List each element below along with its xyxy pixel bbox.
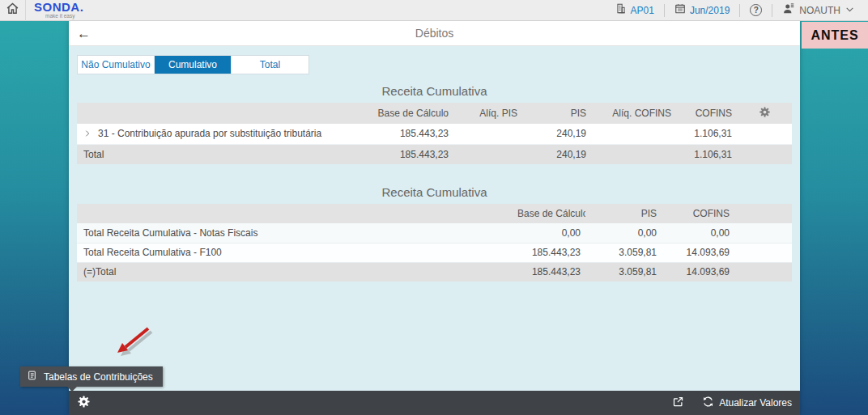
clipboard-icon bbox=[27, 370, 37, 383]
top-bar: SONDA. make it easy AP01 Jun/2019 ? bbox=[0, 0, 868, 21]
row-aliq-pis-value bbox=[453, 124, 522, 144]
row-aliq-cofins-value bbox=[591, 124, 676, 144]
total-base-value: 185.443,23 bbox=[372, 144, 453, 164]
tooltip-label: Tabelas de Contribuições bbox=[44, 371, 153, 383]
export-button[interactable] bbox=[672, 396, 684, 410]
settings-gear-icon bbox=[77, 395, 91, 412]
table2-title: Receita Cumulativa bbox=[77, 185, 792, 199]
table-row: Total Receita Cumulativa - F100 185.443,… bbox=[77, 243, 792, 262]
receita-cumulativa-detail-table: Base de Cálculo Alíq. PIS PIS Alíq. COFI… bbox=[77, 103, 792, 164]
row-pis-value: 3.059,81 bbox=[585, 243, 662, 262]
company-selector[interactable]: AP01 bbox=[606, 0, 664, 21]
table2-col-desc bbox=[77, 204, 513, 223]
back-arrow-icon[interactable]: ← bbox=[77, 27, 91, 40]
row-cofins-value: 14.093,69 bbox=[662, 243, 734, 262]
total-aliq-cofins-value bbox=[591, 144, 676, 164]
refresh-values-button[interactable]: Atualizar Valores bbox=[702, 396, 792, 410]
gear-icon[interactable] bbox=[759, 109, 771, 121]
period-selector[interactable]: Jun/2019 bbox=[665, 0, 739, 21]
company-label: AP01 bbox=[631, 5, 654, 16]
row-pis-value: 3.059,81 bbox=[585, 262, 662, 282]
export-icon bbox=[672, 396, 684, 410]
total-cofins-value: 1.106,31 bbox=[676, 144, 737, 164]
page-title: Débitos bbox=[69, 27, 800, 40]
row-base-value: 185.443,23 bbox=[372, 124, 453, 144]
tab-bar: Não Cumulativo Cumulativo Total bbox=[77, 55, 309, 74]
table2-header-row: Base de Cálculo PIS COFINS bbox=[77, 204, 792, 223]
tab-nao-cumulativo[interactable]: Não Cumulativo bbox=[78, 56, 155, 74]
row-cofins-value: 14.093,69 bbox=[662, 262, 734, 282]
table1-settings-cell bbox=[737, 103, 792, 124]
help-button[interactable]: ? bbox=[740, 0, 772, 21]
table2-col-pis: PIS bbox=[585, 204, 662, 223]
row-description: (=)Total bbox=[77, 262, 513, 282]
brand-logo-text: SONDA. bbox=[34, 1, 83, 13]
help-icon: ? bbox=[750, 4, 762, 16]
row-pis-value: 0,00 bbox=[585, 223, 662, 243]
user-icon bbox=[782, 2, 795, 18]
settings-button[interactable] bbox=[77, 395, 91, 412]
calendar-icon bbox=[674, 2, 686, 18]
table1-col-desc bbox=[77, 103, 372, 124]
brand-logo[interactable]: SONDA. make it easy bbox=[34, 1, 83, 19]
row-description: 31 - Contribuição apurada por substituiç… bbox=[98, 128, 321, 139]
user-label: NOAUTH bbox=[799, 5, 840, 16]
table1-col-pis: PIS bbox=[522, 103, 591, 124]
row-base-value: 185.443,23 bbox=[513, 243, 585, 262]
refresh-label: Atualizar Valores bbox=[719, 397, 792, 409]
home-icon bbox=[6, 2, 19, 19]
row-cofins-value: 1.106,31 bbox=[676, 124, 737, 144]
total-label: Total bbox=[77, 144, 372, 164]
footer-toolbar: Atualizar Valores bbox=[69, 391, 800, 415]
table1-col-aliq-pis: Alíq. PIS bbox=[453, 103, 522, 124]
panel-header: ← Débitos bbox=[69, 21, 800, 46]
row-base-value: 185.443,23 bbox=[513, 262, 585, 282]
refresh-icon bbox=[702, 396, 714, 410]
chevron-down-icon bbox=[845, 3, 855, 18]
period-label: Jun/2019 bbox=[690, 5, 730, 16]
row-pis-value: 240,19 bbox=[522, 124, 591, 144]
total-aliq-pis-value bbox=[453, 144, 522, 164]
table2-col-cofins: COFINS bbox=[662, 204, 734, 223]
user-menu[interactable]: NOAUTH bbox=[772, 0, 868, 21]
row-cofins-value: 0,00 bbox=[662, 223, 734, 243]
row-description: Total Receita Cumulativa - Notas Fiscais bbox=[77, 223, 513, 243]
brand-tagline: make it easy bbox=[45, 14, 83, 19]
debitos-panel: ← Débitos Não Cumulativo Cumulativo Tota… bbox=[69, 21, 800, 415]
panel-body: Não Cumulativo Cumulativo Total Receita … bbox=[69, 46, 800, 391]
table1-col-cofins: COFINS bbox=[676, 103, 737, 124]
table-row: Total Receita Cumulativa - Notas Fiscais… bbox=[77, 223, 792, 243]
tab-cumulativo[interactable]: Cumulativo bbox=[155, 56, 232, 74]
receita-cumulativa-summary-table: Base de Cálculo PIS COFINS Total Receita… bbox=[77, 204, 792, 282]
row-description: Total Receita Cumulativa - F100 bbox=[77, 243, 513, 262]
table1-title: Receita Cumulativa bbox=[77, 84, 792, 98]
table1-col-aliq-cofins: Alíq. COFINS bbox=[591, 103, 676, 124]
home-button[interactable] bbox=[0, 0, 26, 21]
row-base-value: 0,00 bbox=[513, 223, 585, 243]
chevron-right-icon[interactable] bbox=[83, 129, 91, 140]
antes-annotation-badge: ANTES bbox=[802, 22, 868, 49]
table1-col-base: Base de Cálculo bbox=[372, 103, 453, 124]
table1-total-row: Total 185.443,23 240,19 1.106,31 bbox=[77, 144, 792, 164]
table-row[interactable]: 31 - Contribuição apurada por substituiç… bbox=[77, 124, 792, 144]
tab-total[interactable]: Total bbox=[232, 56, 308, 74]
table2-col-base: Base de Cálculo bbox=[513, 204, 585, 223]
building-icon bbox=[615, 2, 627, 18]
table2-total-row: (=)Total 185.443,23 3.059,81 14.093,69 bbox=[77, 262, 792, 282]
table1-header-row: Base de Cálculo Alíq. PIS PIS Alíq. COFI… bbox=[77, 103, 792, 124]
total-pis-value: 240,19 bbox=[522, 144, 591, 164]
tabelas-contribuicoes-tooltip[interactable]: Tabelas de Contribuições bbox=[20, 366, 163, 387]
